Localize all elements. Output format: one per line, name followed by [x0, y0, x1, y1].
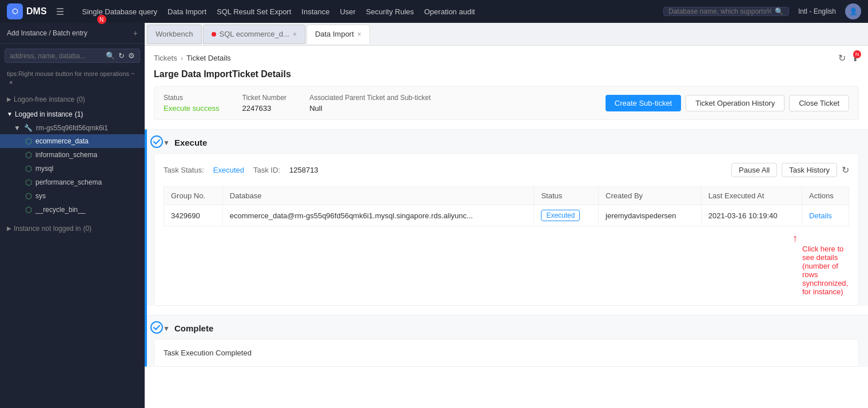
tab-data-import[interactable]: Data Import × [306, 25, 370, 44]
details-link[interactable]: Details [809, 211, 832, 220]
col-group-no: Group No. [164, 187, 223, 205]
task-history-button[interactable]: Task History [782, 163, 837, 177]
execute-content: Task Status: Executed Task ID: 1258713 P… [154, 153, 859, 306]
logged-in-count: (1) [75, 110, 83, 118]
execute-section-header: ▼ Execute [145, 130, 868, 153]
app-logo: ⬡ DMS [7, 3, 47, 19]
logon-free-label: Logon-free instance [14, 95, 74, 103]
sidebar: Add Instance / Batch entry + 🔍 ↻ ⚙ tips:… [0, 23, 145, 408]
sidebar-db-mysql[interactable]: ⬡ mysql [0, 162, 145, 175]
task-action-buttons: Pause All Task History ↻ [731, 163, 849, 177]
sidebar-item-logged-in[interactable]: ▼ Logged in instance (1) [0, 107, 145, 122]
execute-title: Execute [174, 138, 208, 147]
add-instance-button[interactable]: + [133, 29, 138, 38]
complete-title: Complete [174, 323, 213, 333]
task-refresh-icon[interactable]: ↻ [842, 165, 849, 175]
sidebar-db-sys[interactable]: ⬡ sys [0, 189, 145, 203]
task-status-label: Task Status: [164, 166, 204, 174]
ticket-number-value: 2247633 [242, 104, 287, 113]
sidebar-instance-item[interactable]: ▼ 🔧 rm-gs55q96fd56qmk6i1 [0, 122, 145, 134]
logon-free-count: (0) [77, 95, 85, 103]
hint-text: Click here to see details (number of row… [802, 245, 849, 296]
col-actions: Actions [802, 187, 849, 205]
sidebar-header: Add Instance / Batch entry + [0, 23, 145, 44]
tab-sql[interactable]: SQL ecommerce_d... × [203, 25, 305, 44]
lang-selector[interactable]: Intl - English [798, 7, 836, 15]
nav-instance[interactable]: Instance [301, 7, 329, 16]
db-icon-mysql: ⬡ [25, 164, 32, 173]
nav-single-db[interactable]: Single Database query [82, 7, 158, 16]
main-content: Workbench SQL ecommerce_d... × Data Impo… [145, 23, 868, 408]
instance-name: rm-gs55q96fd56qmk6i1 [36, 124, 108, 132]
db-name-sys: sys [35, 192, 46, 200]
sidebar-filter-icon[interactable]: ⚙ [128, 51, 135, 60]
status-item-execute: Status Execute success [164, 94, 220, 113]
db-icon-performance: ⬡ [25, 178, 32, 187]
add-instance-label: Add Instance / Batch entry [7, 29, 129, 37]
sidebar-search-input[interactable] [10, 52, 102, 60]
ticket-number-label: Ticket Number [242, 94, 287, 102]
refresh-icon[interactable]: ↻ [838, 53, 846, 63]
db-name-information: information_schema [35, 151, 97, 159]
db-name-performance: performance_schema [35, 178, 102, 186]
global-search-box[interactable]: 🔍 [663, 7, 789, 16]
logged-in-label: Logged in instance [15, 110, 73, 118]
nav-user[interactable]: User [340, 7, 355, 16]
sidebar-db-performance[interactable]: ⬡ performance_schema [0, 175, 145, 189]
sidebar-refresh-icon[interactable]: ↻ [118, 51, 125, 60]
status-value: Execute success [164, 104, 220, 113]
sidebar-db-information[interactable]: ⬡ information_schema [0, 148, 145, 162]
nav-audit[interactable]: Operation audit [424, 7, 475, 16]
chevron-right-icon: ▶ [7, 96, 11, 102]
db-icon-ecommerce: ⬡ [25, 137, 32, 146]
logo-icon: ⬡ [7, 3, 23, 19]
task-id-label: Task ID: [253, 166, 280, 174]
search-input[interactable] [668, 7, 771, 15]
execute-check-icon [150, 135, 163, 150]
sidebar-search-icon[interactable]: 🔍 [106, 51, 115, 60]
complete-chevron[interactable]: ▼ [163, 325, 170, 333]
execute-section: ▼ Execute Task Status: Executed Task ID:… [145, 129, 868, 306]
complete-text: Task Execution Completed [164, 349, 252, 357]
sidebar-item-logon-free[interactable]: ▶ Logon-free instance (0) [0, 92, 145, 107]
db-name-recycle: __recycle_bin__ [35, 206, 85, 214]
breadcrumb-parent[interactable]: Tickets [154, 54, 177, 62]
nav-data-import[interactable]: Data Import [168, 7, 206, 16]
complete-content: Task Execution Completed [154, 339, 859, 367]
ticket-operation-history-button[interactable]: Ticket Operation History [686, 95, 785, 111]
tab-sql-dot [212, 32, 216, 37]
close-ticket-button[interactable]: Close Ticket [789, 95, 849, 111]
sidebar-tips: tips:Right mouse button for more operati… [0, 67, 145, 92]
tab-sql-close[interactable]: × [293, 30, 297, 38]
sidebar-search-box[interactable]: 🔍 ↻ ⚙ [5, 49, 140, 63]
menu-icon[interactable]: ☰ [56, 6, 64, 17]
not-logged-count: (0) [83, 225, 91, 233]
cell-status: Executed [534, 205, 599, 226]
ticket-actions: Create Sub-ticket Ticket Operation Histo… [606, 95, 849, 111]
associated-label: Associated Parent Ticket and Sub-ticket [309, 94, 431, 102]
nav-sql-export[interactable]: SQL Result Set Export [217, 7, 291, 16]
complete-section-header: ▼ Complete [145, 315, 868, 339]
cell-database: ecommerce_data@rm-gs55q96fd56qmk6i1.mysq… [222, 205, 534, 226]
sidebar-db-recycle[interactable]: ⬡ __recycle_bin__ [0, 203, 145, 217]
task-info-row: Task Status: Executed Task ID: 1258713 P… [164, 163, 849, 177]
cell-actions: Details [802, 205, 849, 226]
search-icon[interactable]: 🔍 [775, 7, 783, 15]
create-sub-ticket-button[interactable]: Create Sub-ticket [606, 95, 681, 111]
pause-all-button[interactable]: Pause All [731, 163, 777, 177]
page-title: Large Data ImportTicket Details [145, 67, 868, 86]
execute-table: Group No. Database Status Created By Las… [164, 186, 849, 226]
left-indicator-bar [145, 129, 147, 367]
tab-data-import-close[interactable]: × [357, 30, 361, 38]
sidebar-db-ecommerce[interactable]: ⬡ ecommerce_data [0, 134, 145, 148]
tab-workbench[interactable]: Workbench [147, 25, 202, 44]
nav-security[interactable]: Security Rules [366, 7, 414, 16]
cell-created-by: jeremydavispedersen [599, 205, 702, 226]
execute-chevron[interactable]: ▼ [163, 139, 170, 147]
not-logged-label: Instance not logged in [14, 225, 81, 233]
sidebar-item-not-logged[interactable]: ▶ Instance not logged in (0) [0, 221, 145, 236]
hint-arrow-container: ↑ [793, 233, 798, 243]
app-name: DMS [26, 6, 47, 17]
tips-close-icon[interactable]: × [9, 79, 13, 86]
executed-badge: Executed [541, 210, 580, 221]
